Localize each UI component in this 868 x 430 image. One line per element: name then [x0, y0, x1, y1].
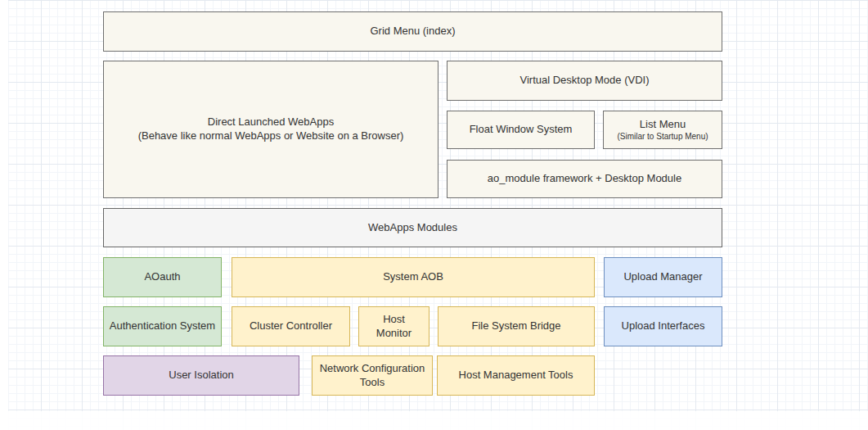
diagram-node-system-aob[interactable]: System AOB: [232, 257, 595, 297]
diagram-canvas[interactable]: Grid Menu (index)Direct Launched WebApps…: [0, 0, 868, 430]
diagram-node-virtual-desktop-mode[interactable]: Virtual Desktop Mode (VDI): [447, 61, 722, 101]
node-label: Authentication System: [109, 319, 216, 333]
canvas-left-margin: [0, 0, 8, 430]
diagram-node-ao-module-framework[interactable]: ao_module framework + Desktop Module: [447, 160, 722, 198]
node-label: Upload Interfaces: [609, 319, 717, 333]
diagram-node-webapps-modules[interactable]: WebApps Modules: [103, 208, 722, 247]
node-label: Upload Manager: [609, 270, 717, 284]
node-label: Host Management Tools: [443, 369, 589, 382]
diagram-node-direct-launched-webapps[interactable]: Direct Launched WebApps(Behave like norm…: [103, 61, 438, 198]
diagram-node-upload-interfaces[interactable]: Upload Interfaces: [604, 306, 722, 346]
node-label: List Menu: [609, 118, 717, 132]
node-label: (Behave like normal WebApps or Website o…: [109, 129, 433, 143]
diagram-node-float-window-system[interactable]: Float Window System: [447, 111, 595, 149]
diagram-node-user-isolation[interactable]: User Isolation: [103, 355, 299, 396]
node-label: AOauth: [109, 270, 216, 284]
diagram-node-network-configuration-tools[interactable]: Network Configuration Tools: [312, 355, 433, 396]
diagram-node-authentication-system[interactable]: Authentication System: [103, 306, 222, 346]
diagram-node-file-system-bridge[interactable]: File System Bridge: [438, 306, 595, 346]
node-label: WebApps Modules: [109, 221, 717, 235]
node-label: System AOB: [237, 270, 589, 284]
diagram-node-aoauth[interactable]: AOauth: [103, 257, 222, 297]
node-label: ao_module framework + Desktop Module: [452, 172, 717, 186]
node-label: Network Configuration Tools: [317, 362, 427, 390]
diagram-node-list-menu[interactable]: List Menu(Similar to Startup Menu): [603, 111, 722, 149]
diagram-node-host-monitor[interactable]: Host Monitor: [358, 306, 430, 346]
canvas-bottom-margin: [0, 411, 868, 430]
node-label: Grid Menu (index): [109, 25, 717, 38]
node-label: Float Window System: [452, 123, 589, 137]
diagram-node-upload-manager[interactable]: Upload Manager: [604, 257, 722, 297]
node-label: File System Bridge: [443, 319, 589, 333]
node-label: Cluster Controller: [237, 319, 344, 333]
diagram-node-cluster-controller[interactable]: Cluster Controller: [232, 306, 350, 346]
node-label: Direct Launched WebApps: [109, 115, 433, 129]
diagram-node-grid-menu[interactable]: Grid Menu (index): [103, 11, 722, 52]
diagram-node-host-management-tools[interactable]: Host Management Tools: [437, 355, 595, 396]
node-label: Virtual Desktop Mode (VDI): [452, 74, 717, 88]
node-label: (Similar to Startup Menu): [609, 132, 717, 143]
node-label: Host Monitor: [364, 313, 424, 341]
node-label: User Isolation: [109, 369, 294, 382]
